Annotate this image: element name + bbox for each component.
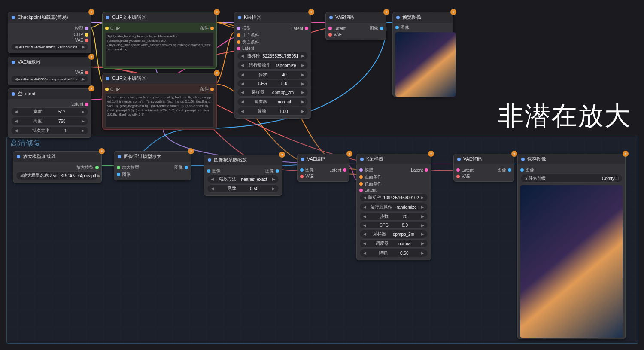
node-title: VAE解码 bbox=[463, 156, 482, 162]
node-title: Checkpoint加载器(简易) bbox=[18, 14, 68, 21]
badge-icon: ▾ bbox=[511, 151, 517, 157]
sampler-input[interactable]: ◀采样器dpmpp_2m▶ bbox=[359, 230, 428, 238]
node-checkpoint-loader[interactable]: ▾ Checkpoint加载器(简易) 模型 CLIP VAE ◀SD1.5/2… bbox=[8, 12, 91, 53]
node-title: 放大模型加载器 bbox=[23, 153, 56, 160]
steps-input[interactable]: ◀步数20▶ bbox=[359, 212, 428, 221]
denoise-input[interactable]: ◀降噪1.00▶ bbox=[237, 107, 308, 116]
badge-icon: ▾ bbox=[214, 70, 220, 76]
node-title: VAE加载器 bbox=[18, 59, 41, 65]
node-clip-positive[interactable]: ▾ CLIP文本编码器 CLIP条件 1girl,water,bubble,pl… bbox=[102, 12, 217, 69]
node-title: 预览图像 bbox=[402, 14, 421, 21]
cfg-input[interactable]: ◀CFG8.0▶ bbox=[359, 222, 428, 229]
badge-icon: ▾ bbox=[188, 148, 194, 154]
badge-icon: ▾ bbox=[88, 9, 94, 15]
control-input[interactable]: ◀运行后操作randomize▶ bbox=[237, 61, 308, 70]
save-image-preview bbox=[520, 185, 623, 338]
node-vae-decode-2[interactable]: ▾ VAE解码 Latent图像 VAE bbox=[453, 154, 514, 182]
node-vae-loader[interactable]: ▾ VAE加载器 VAE ◀vae-ft-mse-840000-ema-prun… bbox=[8, 57, 91, 85]
node-title: VAE编码 bbox=[307, 156, 325, 162]
node-title: VAE解码 bbox=[335, 14, 354, 21]
node-title: K采样器 bbox=[366, 156, 383, 162]
badge-icon: ▾ bbox=[99, 148, 105, 154]
badge-icon: ▾ bbox=[383, 9, 389, 15]
seed-input[interactable]: ◀随机种522355351755951▶ bbox=[237, 52, 308, 60]
badge-icon: ▾ bbox=[88, 54, 94, 60]
cfg-input[interactable]: ◀CFG8.0▶ bbox=[237, 80, 308, 87]
badge-icon: ▾ bbox=[450, 9, 456, 15]
node-ksampler-2[interactable]: ▾ K采样器 模型Latent 正面条件 负面条件 Latent ◀随机种109… bbox=[356, 154, 431, 260]
scheduler-input[interactable]: ◀调度器normal▶ bbox=[237, 97, 308, 106]
sampler-input[interactable]: ◀采样器dpmpp_2m▶ bbox=[237, 88, 308, 97]
positive-prompt[interactable]: 1girl,water,bubble,planet,solo,necklace,… bbox=[105, 32, 214, 67]
node-vae-decode-1[interactable]: ▾ VAE解码 Latent图像 VAE bbox=[325, 12, 386, 40]
node-upscale-loader[interactable]: ▾ 放大模型加载器 放大模型 ◀放大模型名称RealESRGAN_x4plus.… bbox=[13, 151, 102, 183]
node-clip-negative[interactable]: ▾ CLIP文本编码器 CLIP条件 3d, cartoon, anime, s… bbox=[102, 73, 217, 130]
filename-prefix[interactable]: 文件名前缀ComfyUI bbox=[520, 174, 623, 183]
checkpoint-select[interactable]: ◀SD1.5/2.5D/revAnimated_v122.safetensors… bbox=[11, 43, 88, 50]
node-title: 图像按系数缩放 bbox=[214, 157, 247, 163]
node-preview-1[interactable]: ▾ 预览图像 图像 bbox=[392, 12, 453, 97]
canvas[interactable]: 高清修复 非潜在放大 ▾ Checkpoint加载器(简易) 模型 CLIP V… bbox=[0, 0, 644, 350]
node-title: CLIP文本编码器 bbox=[112, 75, 146, 82]
scale-method[interactable]: ◀缩放方法nearest-exact▶ bbox=[207, 175, 279, 183]
badge-icon: ▾ bbox=[88, 85, 94, 91]
node-ksampler-1[interactable]: ▾ K采样器 模型Latent 正面条件 负面条件 Latent ◀随机种522… bbox=[234, 12, 311, 119]
group-title: 高清修复 bbox=[10, 138, 41, 148]
preview-image bbox=[395, 32, 456, 97]
overlay-text: 非潜在放大 bbox=[498, 99, 631, 134]
badge-icon: ▾ bbox=[428, 151, 434, 157]
node-title: K采样器 bbox=[244, 14, 261, 21]
denoise-input[interactable]: ◀降噪0.50▶ bbox=[359, 249, 428, 257]
negative-prompt[interactable]: 3d, cartoon, anime, sketches, (worst qua… bbox=[105, 93, 214, 128]
steps-input[interactable]: ◀步数40▶ bbox=[237, 70, 308, 79]
badge-icon: ▾ bbox=[623, 151, 629, 157]
vae-select[interactable]: ◀vae-ft-mse-840000-ema-pruned.safetensor… bbox=[11, 76, 88, 82]
node-vae-encode[interactable]: ▾ VAE编码 图像Latent VAE bbox=[297, 154, 349, 182]
seed-input[interactable]: ◀随机种109425445309102▶ bbox=[359, 193, 428, 202]
batch-input[interactable]: ◀批次大小1▶ bbox=[11, 126, 88, 135]
node-title: CLIP文本编码器 bbox=[112, 14, 146, 21]
node-title: 保存图像 bbox=[527, 156, 546, 162]
height-input[interactable]: ◀高度768▶ bbox=[11, 117, 88, 125]
node-save-image[interactable]: ▾ 保存图像 图像 文件名前缀ComfyUI bbox=[517, 154, 626, 339]
badge-icon: ▾ bbox=[346, 151, 352, 157]
node-empty-latent[interactable]: ▾ 空Latent Latent ◀宽度512▶ ◀高度768▶ ◀批次大小1▶ bbox=[8, 88, 91, 138]
badge-icon: ▾ bbox=[308, 9, 314, 15]
upscale-model-select[interactable]: ◀放大模型名称RealESRGAN_x4plus.pth▶ bbox=[16, 171, 99, 180]
badge-icon: ▾ bbox=[214, 9, 220, 15]
node-title: 图像通过模型放大 bbox=[124, 153, 161, 160]
width-input[interactable]: ◀宽度512▶ bbox=[11, 107, 88, 116]
scale-factor[interactable]: ◀系数0.50▶ bbox=[207, 184, 279, 193]
control-input[interactable]: ◀运行后操作randomize▶ bbox=[359, 203, 428, 211]
badge-icon: ▾ bbox=[279, 152, 285, 158]
node-image-scale[interactable]: ▾ 图像按系数缩放 图像图像 ◀缩放方法nearest-exact▶ ◀系数0.… bbox=[204, 155, 282, 196]
node-title: 空Latent bbox=[18, 91, 36, 97]
scheduler-input[interactable]: ◀调度器normal▶ bbox=[359, 239, 428, 248]
node-upscale-by-model[interactable]: ▾ 图像通过模型放大 放大模型图像 图像 bbox=[114, 151, 191, 180]
